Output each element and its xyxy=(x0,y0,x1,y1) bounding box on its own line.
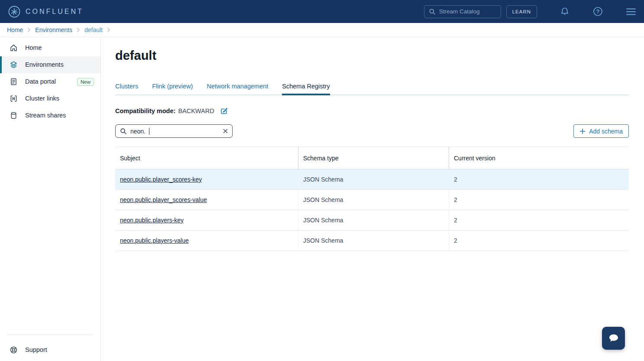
sidebar-item-label: Cluster links xyxy=(25,95,59,102)
subject-link[interactable]: neon.public.players-value xyxy=(120,237,189,244)
chat-widget-button[interactable] xyxy=(602,327,625,350)
current-version-cell: 2 xyxy=(449,190,629,210)
database-icon xyxy=(10,111,18,120)
bell-icon xyxy=(560,7,570,17)
breadcrumb: Home Environments default xyxy=(0,23,644,37)
chevron-right-icon xyxy=(107,27,110,33)
lifebuoy-icon xyxy=(10,346,18,354)
table-row: neon.public.player_scores-value JSON Sch… xyxy=(115,190,629,210)
column-header-current-version: Current version xyxy=(449,147,629,169)
page-title: default xyxy=(115,49,629,63)
support-label: Support xyxy=(25,346,47,353)
breadcrumb-environments[interactable]: Environments xyxy=(35,26,72,33)
column-header-subject: Subject xyxy=(115,147,298,169)
sidebar-item-label: Home xyxy=(25,45,42,51)
svg-text:?: ? xyxy=(596,9,600,15)
breadcrumb-home[interactable]: Home xyxy=(7,26,23,33)
compatibility-mode-value: BACKWARD xyxy=(178,107,214,114)
new-badge: New xyxy=(77,78,94,86)
column-header-schema-type: Schema type xyxy=(298,147,449,169)
search-query-text: neon. xyxy=(130,128,146,135)
schema-type-cell: JSON Schema xyxy=(298,210,449,230)
schema-type-cell: JSON Schema xyxy=(298,231,449,250)
main-content: default Clusters Flink (preview) Network… xyxy=(101,37,644,361)
text-cursor xyxy=(149,128,149,135)
schemas-table: Subject Schema type Current version neon… xyxy=(115,146,629,251)
add-schema-button[interactable]: Add schema xyxy=(573,124,629,138)
clear-search-button[interactable] xyxy=(223,129,228,133)
table-row: neon.public.players-key JSON Schema 2 xyxy=(115,210,629,231)
main-menu-button[interactable] xyxy=(626,7,636,16)
table-row: neon.public.player_scores-key JSON Schem… xyxy=(115,169,629,190)
sidebar-item-stream-shares[interactable]: Stream shares xyxy=(0,107,100,124)
learn-button[interactable]: LEARN xyxy=(506,5,537,18)
brand-wordmark: CONFLUENT xyxy=(26,8,84,16)
sidebar-item-environments[interactable]: Environments xyxy=(0,56,100,73)
table-row: neon.public.players-value JSON Schema 2 xyxy=(115,231,629,251)
current-version-cell: 2 xyxy=(449,210,629,230)
chevron-right-icon xyxy=(27,27,31,33)
edit-compatibility-button[interactable] xyxy=(220,107,228,114)
notifications-button[interactable] xyxy=(560,7,570,17)
layers-icon xyxy=(10,61,18,69)
sidebar-item-support[interactable]: Support xyxy=(0,340,100,359)
subject-link[interactable]: neon.public.players-key xyxy=(120,217,184,224)
confluent-logo[interactable]: CONFLUENT xyxy=(8,5,84,18)
help-button[interactable]: ? xyxy=(592,6,603,17)
cluster-links-icon xyxy=(10,94,18,103)
tab-schema-registry[interactable]: Schema Registry xyxy=(282,83,330,95)
table-header-row: Subject Schema type Current version xyxy=(115,146,629,169)
sidebar-item-cluster-links[interactable]: Cluster links xyxy=(0,90,100,107)
add-schema-label: Add schema xyxy=(589,128,623,135)
hamburger-icon xyxy=(626,7,636,16)
schema-type-cell: JSON Schema xyxy=(298,190,449,210)
sidebar-item-home[interactable]: Home xyxy=(0,39,100,56)
tab-clusters[interactable]: Clusters xyxy=(115,83,138,95)
sidebar-item-label: Stream shares xyxy=(25,112,66,119)
subject-link[interactable]: neon.public.player_scores-value xyxy=(120,196,207,203)
question-circle-icon: ? xyxy=(592,6,603,17)
tab-network-management[interactable]: Network management xyxy=(207,83,268,95)
confluent-spark-icon xyxy=(8,5,21,18)
search-icon xyxy=(120,128,127,135)
sidebar-divider xyxy=(7,335,94,335)
schema-type-cell: JSON Schema xyxy=(298,169,449,189)
breadcrumb-default[interactable]: default xyxy=(84,26,103,33)
x-icon xyxy=(223,129,228,133)
current-version-cell: 2 xyxy=(449,169,629,189)
speech-bubble-icon xyxy=(607,332,620,345)
search-icon xyxy=(429,8,436,15)
left-sidebar: Home Environments xyxy=(0,37,101,361)
current-version-cell: 2 xyxy=(449,231,629,250)
sidebar-item-label: Data portal xyxy=(25,78,56,85)
pencil-square-icon xyxy=(220,107,228,114)
sidebar-item-data-portal[interactable]: Data portal New xyxy=(0,73,100,90)
home-icon xyxy=(10,44,18,52)
compatibility-mode-label: Compatibility mode: xyxy=(115,107,175,114)
stream-catalog-input[interactable] xyxy=(439,8,491,15)
compatibility-mode-row: Compatibility mode: BACKWARD xyxy=(115,107,629,114)
subject-link[interactable]: neon.public.player_scores-key xyxy=(120,176,202,183)
document-icon xyxy=(10,78,18,86)
table-controls: neon. xyxy=(115,124,629,138)
plus-icon xyxy=(579,128,586,134)
schema-search-input[interactable]: neon. xyxy=(115,124,233,138)
stream-catalog-search[interactable] xyxy=(424,5,501,18)
chevron-right-icon xyxy=(77,27,80,33)
environment-tabs: Clusters Flink (preview) Network managem… xyxy=(115,83,629,95)
sidebar-item-label: Environments xyxy=(25,62,64,68)
top-navbar: CONFLUENT LEARN xyxy=(0,0,644,23)
tab-flink-preview[interactable]: Flink (preview) xyxy=(152,83,193,95)
